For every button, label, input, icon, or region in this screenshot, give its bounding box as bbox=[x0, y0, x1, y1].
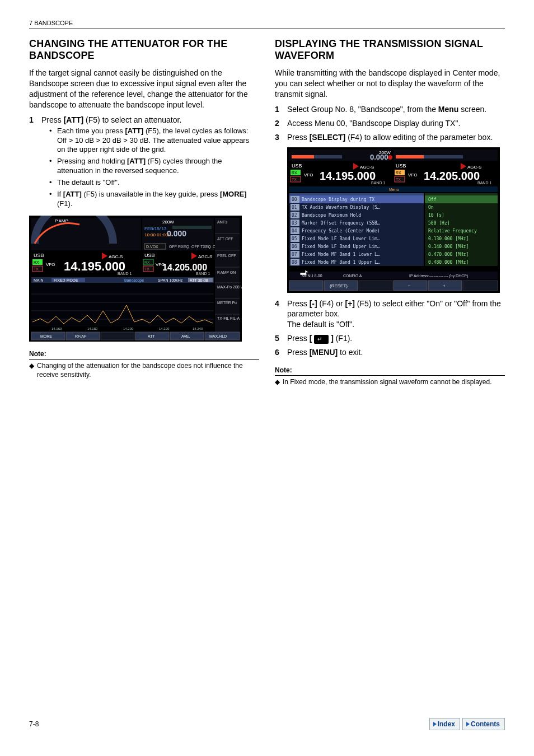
svg-text:14.240: 14.240 bbox=[193, 327, 203, 330]
menu-key: [MENU] bbox=[310, 348, 338, 357]
svg-text:ATT: ATT bbox=[148, 334, 155, 338]
svg-text:Menu: Menu bbox=[389, 188, 399, 192]
att-key: [ATT] bbox=[125, 127, 143, 135]
svg-text:TX-FIL FIL-A: TX-FIL FIL-A bbox=[217, 316, 240, 320]
svg-text:14.205.000: 14.205.000 bbox=[162, 263, 207, 272]
svg-text:TX: TX bbox=[292, 178, 297, 181]
svg-text:ATT OFF: ATT OFF bbox=[217, 237, 233, 241]
svg-text:03: 03 bbox=[292, 221, 297, 226]
step-4-default: The default is "Off". bbox=[287, 320, 354, 329]
sub-bullet: Each time you press [ATT] (F5), the leve… bbox=[49, 127, 259, 155]
svg-text:10 [s]: 10 [s] bbox=[428, 213, 444, 218]
svg-text:05: 05 bbox=[292, 236, 297, 241]
att-key: [ATT] bbox=[64, 115, 84, 124]
svg-text:TX: TX bbox=[144, 267, 149, 271]
svg-text:MAX.HLD: MAX.HLD bbox=[209, 334, 227, 338]
svg-text:01: 01 bbox=[292, 205, 297, 210]
svg-text:AVE.: AVE. bbox=[181, 334, 190, 338]
svg-text:MAX-Po 200 W: MAX-Po 200 W bbox=[217, 285, 242, 289]
page-number: 7-8 bbox=[29, 720, 39, 729]
svg-text:AGC-S: AGC-S bbox=[360, 165, 374, 170]
left-intro: If the target signal cannot easily be di… bbox=[29, 68, 259, 110]
svg-text:14.220: 14.220 bbox=[159, 327, 170, 330]
step-number: 4 bbox=[275, 298, 287, 330]
att-key: [ATT] bbox=[127, 157, 146, 165]
chapter-label: 7 BANDSCOPE bbox=[29, 19, 505, 27]
svg-text:14.195.000: 14.195.000 bbox=[64, 259, 125, 273]
svg-text:USB: USB bbox=[34, 253, 44, 258]
svg-rect-181 bbox=[289, 281, 323, 291]
svg-text:Relative Frequency: Relative Frequency bbox=[428, 228, 477, 234]
svg-text:VFO: VFO bbox=[408, 172, 417, 178]
svg-text:D.VOX: D.VOX bbox=[146, 245, 158, 249]
svg-text:RF/AF: RF/AF bbox=[75, 334, 86, 338]
svg-text:0.000: 0.000 bbox=[370, 153, 388, 161]
minus-key: [-] bbox=[310, 299, 317, 308]
step1-text-b: (F5) to select an attenuator. bbox=[83, 115, 181, 124]
contents-button[interactable]: Contents bbox=[462, 718, 505, 730]
svg-text:USB: USB bbox=[396, 163, 406, 169]
svg-text:0.000: 0.000 bbox=[167, 229, 186, 238]
svg-text:02: 02 bbox=[292, 213, 297, 218]
right-column: DISPLAYING THE TRANSMISSION SIGNAL WAVEF… bbox=[275, 36, 505, 387]
svg-text:RXEQ: RXEQ bbox=[178, 245, 189, 249]
svg-text:OFF: OFF bbox=[169, 245, 177, 249]
svg-text:AGC-S: AGC-S bbox=[109, 254, 123, 259]
svg-text:00: 00 bbox=[292, 197, 297, 202]
svg-text:08: 08 bbox=[292, 260, 297, 265]
svg-text:USB: USB bbox=[292, 163, 302, 169]
svg-text:Bandscope Display during TX: Bandscope Display during TX bbox=[302, 197, 374, 202]
svg-text:CONFIG A: CONFIG A bbox=[343, 274, 362, 278]
svg-rect-8 bbox=[172, 226, 212, 229]
svg-text:AGC-S: AGC-S bbox=[198, 254, 212, 259]
svg-rect-64 bbox=[31, 283, 214, 326]
note-heading: Note: bbox=[29, 349, 259, 360]
svg-rect-184 bbox=[359, 281, 392, 291]
svg-text:PSEL OFF: PSEL OFF bbox=[217, 254, 236, 258]
svg-text:FIXED MODE: FIXED MODE bbox=[54, 278, 78, 282]
step-number: 3 bbox=[275, 132, 287, 143]
step1-text-a: Press bbox=[41, 115, 64, 124]
svg-text:MORE: MORE bbox=[40, 334, 52, 338]
svg-text:14.195.000: 14.195.000 bbox=[320, 170, 376, 182]
right-screenshot: 200W 0.000 USB AGC-S RX TX VFO 14.195.00… bbox=[287, 147, 517, 293]
svg-text:FEB/15/'13: FEB/15/'13 bbox=[144, 226, 167, 231]
step-number: 1 bbox=[29, 115, 41, 211]
svg-text:Marker Offset Frequency (SSB…: Marker Offset Frequency (SSB… bbox=[302, 221, 380, 226]
svg-text:Fixed Mode MF Band 1 Upper L…: Fixed Mode MF Band 1 Upper L… bbox=[302, 260, 380, 265]
svg-text:14.200: 14.200 bbox=[123, 327, 134, 330]
select-key: [SELECT] bbox=[310, 133, 346, 142]
right-intro: While transmitting with the bandscope di… bbox=[275, 68, 505, 100]
svg-text:MAIN: MAIN bbox=[34, 278, 44, 282]
index-button[interactable]: Index bbox=[429, 718, 460, 730]
svg-text:OFF: OFF bbox=[191, 245, 199, 249]
svg-text:Off: Off bbox=[428, 197, 437, 202]
svg-text:(RESET): (RESET) bbox=[330, 283, 348, 288]
svg-text:TX Audio Waveform Display (S…: TX Audio Waveform Display (S… bbox=[302, 205, 380, 210]
svg-text:200W: 200W bbox=[162, 220, 174, 225]
step-number: 5 bbox=[275, 333, 287, 344]
svg-text:SPAN 100kHz: SPAN 100kHz bbox=[158, 278, 183, 282]
more-key: [MORE] bbox=[220, 190, 247, 198]
svg-text:Frequency Scale (Center Mode): Frequency Scale (Center Mode) bbox=[302, 228, 380, 234]
left-column: CHANGING THE ATTENUATOR FOR THE BANDSCOP… bbox=[29, 36, 259, 387]
diamond-icon: ◆ bbox=[29, 361, 37, 379]
svg-text:RX: RX bbox=[396, 171, 401, 175]
svg-text:VFO: VFO bbox=[46, 262, 55, 267]
svg-text:P.AMP ON: P.AMP ON bbox=[217, 270, 236, 274]
return-icon bbox=[314, 335, 329, 344]
svg-text:P.AMP: P.AMP bbox=[55, 218, 68, 223]
svg-text:TX: TX bbox=[34, 267, 39, 271]
svg-text:RX: RX bbox=[292, 171, 297, 175]
plus-key: [+] bbox=[345, 299, 355, 308]
svg-rect-1 bbox=[31, 218, 141, 250]
svg-text:RX: RX bbox=[144, 260, 150, 264]
svg-text:RX: RX bbox=[34, 260, 39, 264]
svg-text:BAND 1: BAND 1 bbox=[196, 272, 210, 276]
svg-rect-189 bbox=[463, 281, 498, 291]
svg-text:14.180: 14.180 bbox=[87, 327, 98, 330]
right-note-text: In Fixed mode, the transmission signal w… bbox=[283, 377, 492, 386]
svg-text:06: 06 bbox=[292, 244, 297, 249]
svg-text:VFO: VFO bbox=[304, 172, 313, 178]
svg-text:0.130.000 [MHz]: 0.130.000 [MHz] bbox=[428, 236, 469, 241]
